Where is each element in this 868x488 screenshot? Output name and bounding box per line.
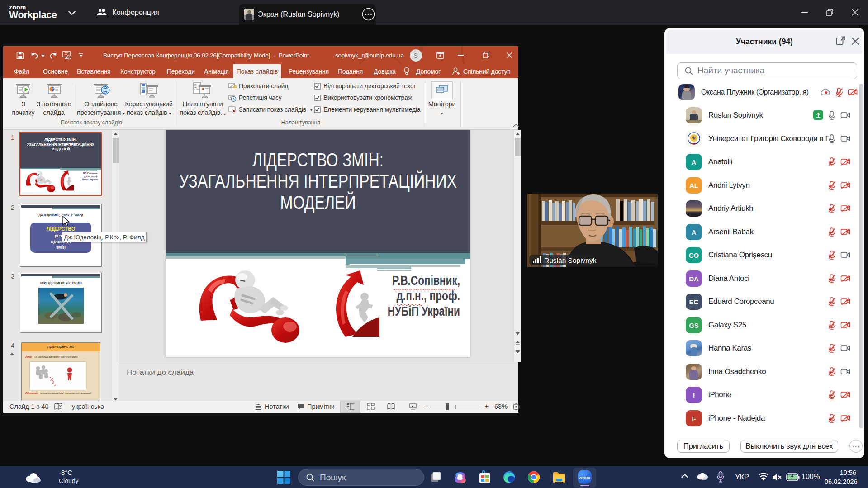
svg-text:zoom: zoom [579, 475, 590, 480]
svg-text:Ruslan Sopivnyk: Ruslan Sopivnyk [544, 256, 597, 264]
